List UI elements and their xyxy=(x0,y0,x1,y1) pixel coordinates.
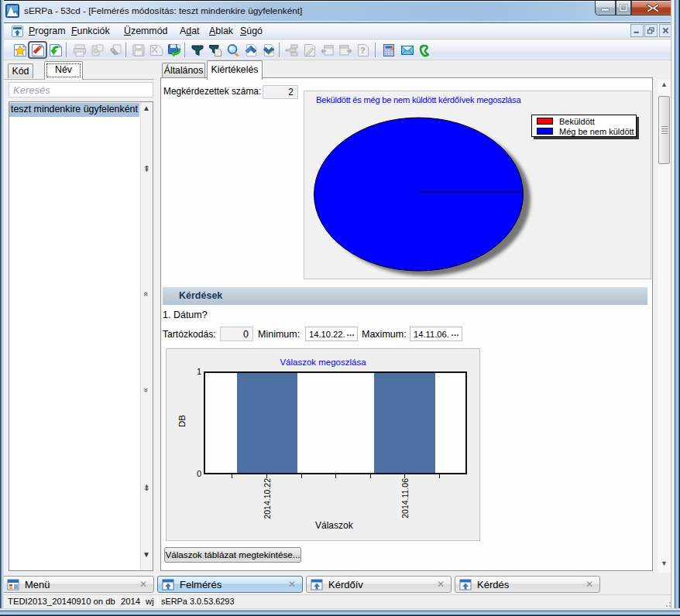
svg-text:?: ? xyxy=(360,46,366,55)
